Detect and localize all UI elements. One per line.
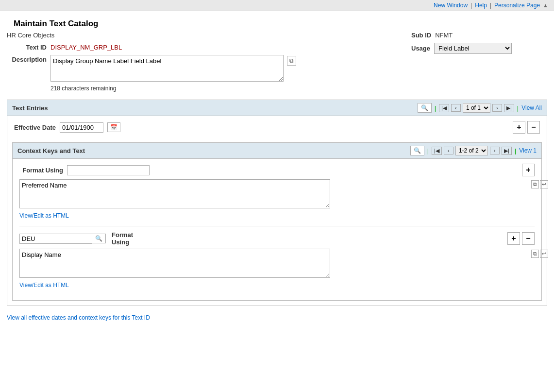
effective-date-label: Effective Date: [14, 124, 56, 131]
text-entries-section: Text Entries 🔍 | |◀ ‹ 1 of 1 › ▶| | View…: [7, 100, 547, 306]
context-keys-next-btn[interactable]: ›: [490, 147, 500, 154]
context-keys-section: Context Keys and Text 🔍 | |◀ ‹ 1-2 of 2 …: [12, 142, 542, 301]
text-id-label: Text ID: [7, 43, 50, 51]
top-bar: New Window | Help | Personalize Page ▲: [0, 0, 554, 11]
sub-id-label: Sub ID: [411, 32, 431, 39]
text-entries-nav: 🔍 | |◀ ‹ 1 of 1 › ▶| | View All: [418, 103, 542, 113]
help-link[interactable]: Help: [475, 2, 487, 9]
context-keys-view1-link[interactable]: View 1: [519, 147, 537, 154]
entry2-text-textarea[interactable]: Display Name: [19, 249, 330, 278]
view-all-dates-link[interactable]: View all effective dates and context key…: [7, 314, 150, 321]
usage-label: Usage: [411, 45, 430, 52]
context-keys-first-btn[interactable]: |◀: [432, 147, 442, 155]
entry2-format-label: Format: [112, 231, 133, 239]
entry2-format-key-input[interactable]: [19, 234, 92, 244]
text-entries-last-btn[interactable]: ▶|: [504, 104, 514, 112]
context-keys-page-select[interactable]: 1-2 of 2: [455, 146, 488, 155]
effective-date-add-btn[interactable]: +: [513, 121, 525, 134]
entry-block-2: 🔍 Format Using + −: [19, 231, 535, 289]
calendar-btn[interactable]: 📅: [107, 122, 120, 132]
description-copy-btn[interactable]: ⧉: [287, 56, 296, 66]
new-window-link[interactable]: New Window: [434, 2, 468, 9]
entry1-copy-btn[interactable]: ⧉: [531, 180, 539, 188]
text-entries-search-btn[interactable]: 🔍: [418, 103, 432, 113]
entry2-copy-btn[interactable]: ⧉: [531, 250, 539, 258]
sub-id-value: NFMT: [435, 32, 453, 39]
context-keys-nav: 🔍 | |◀ ‹ 1-2 of 2 › ▶| | View 1: [410, 146, 537, 155]
context-keys-search-btn[interactable]: 🔍: [410, 146, 424, 155]
scroll-arrow: ▲: [543, 2, 548, 8]
context-keys-title: Context Keys and Text: [17, 147, 85, 154]
nav-divider-2: |: [516, 104, 520, 112]
entry2-translate-btn[interactable]: ↩: [540, 250, 548, 258]
entry2-using-label: Using: [112, 239, 129, 246]
effective-date-remove-btn[interactable]: −: [527, 121, 540, 134]
text-entries-page-select[interactable]: 1 of 1: [463, 103, 490, 113]
entry1-format-input[interactable]: [67, 165, 150, 175]
text-entries-header: Text Entries 🔍 | |◀ ‹ 1 of 1 › ▶| | View…: [7, 100, 547, 116]
chars-remaining: 218 characters remaining: [50, 85, 284, 92]
entry1-view-edit-link[interactable]: View/Edit as HTML: [19, 212, 69, 219]
context-keys-header: Context Keys and Text 🔍 | |◀ ‹ 1-2 of 2 …: [13, 143, 541, 159]
separator1: |: [470, 2, 472, 9]
description-label: Description: [7, 55, 50, 63]
personalize-link[interactable]: Personalize Page: [494, 2, 540, 9]
text-entries-view-all-link[interactable]: View All: [521, 104, 542, 111]
text-entries-first-btn[interactable]: |◀: [439, 104, 449, 112]
separator2: |: [490, 2, 491, 9]
effective-date-row: Effective Date 📅 + −: [7, 116, 547, 138]
org-label: HR Core Objects: [7, 32, 397, 39]
text-entries-prev-btn[interactable]: ‹: [451, 104, 461, 112]
context-keys-last-btn[interactable]: ▶|: [502, 147, 512, 155]
entry1-translate-btn[interactable]: ↩: [540, 180, 548, 188]
description-textarea[interactable]: Display Group Name Label Field Label: [50, 55, 284, 82]
context-keys-prev-btn[interactable]: ‹: [444, 147, 453, 154]
effective-date-add-remove: + −: [513, 121, 540, 134]
bottom-link-area: View all effective dates and context key…: [7, 314, 547, 321]
entry2-view-edit-link[interactable]: View/Edit as HTML: [19, 282, 69, 289]
entry1-text-textarea[interactable]: Preferred Name: [19, 179, 330, 208]
usage-select[interactable]: Field Label Message Text Page Title Head…: [434, 43, 512, 54]
entry1-add-btn[interactable]: +: [522, 164, 535, 176]
page-title: Maintain Text Catalog: [7, 14, 547, 32]
text-entries-next-btn[interactable]: ›: [492, 104, 502, 112]
text-entries-title: Text Entries: [12, 104, 48, 112]
entry-divider: [19, 226, 535, 226]
entry1-format-label: Format Using: [19, 167, 63, 174]
effective-date-input[interactable]: [60, 122, 103, 133]
context-keys-body: Format Using + Preferred Name ⧉ ↩: [13, 159, 541, 300]
entry-block-1: Format Using + Preferred Name ⧉ ↩: [19, 164, 535, 219]
entry2-format-search-btn[interactable]: 🔍: [92, 234, 106, 243]
entry2-remove-btn[interactable]: −: [522, 232, 535, 245]
entry2-add-btn[interactable]: +: [507, 232, 520, 245]
nav-divider-1: |: [434, 104, 437, 112]
text-id-value: DISPLAY_NM_GRP_LBL: [50, 43, 122, 51]
ctx-nav-divider-2: |: [514, 147, 517, 154]
ctx-nav-divider-1: |: [426, 147, 430, 154]
